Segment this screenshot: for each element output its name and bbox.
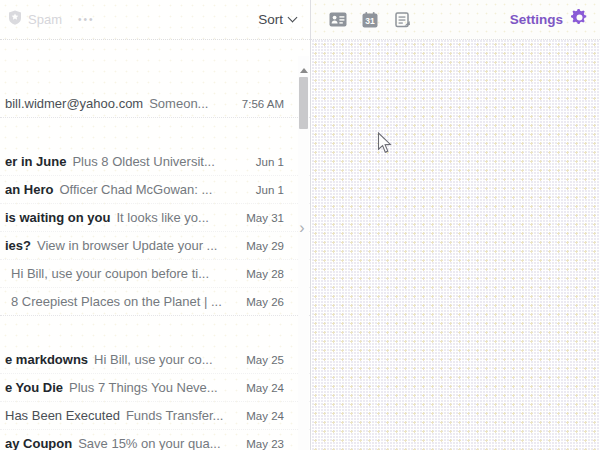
email-subject: bill.widmer@yahoo.com <box>5 96 143 111</box>
email-snippet: 8 Creepiest Places on the Planet | ... <box>11 294 222 309</box>
email-date: 7:56 AM <box>242 98 284 110</box>
email-content: er in JunePlus 8 Oldest Universit... <box>5 154 246 169</box>
email-date: May 23 <box>246 438 284 450</box>
email-list: bill.widmer@yahoo.comSomeon... 7:56 AM e… <box>0 40 310 450</box>
email-date: May 29 <box>246 240 284 252</box>
settings-label: Settings <box>510 12 563 27</box>
scrollbar-thumb[interactable] <box>299 77 308 129</box>
sort-button[interactable]: Sort <box>258 12 296 27</box>
email-subject: ies? <box>5 238 31 253</box>
email-row[interactable]: bill.widmer@yahoo.comSomeon... 7:56 AM <box>0 90 310 118</box>
mail-list-panel: Spam ••• Sort bill.widmer@yahoo.comSomeo… <box>0 0 310 450</box>
email-content: 8 Creepiest Places on the Planet | ... <box>5 294 236 309</box>
email-content: ay CouponSave 15% on your qua... <box>5 436 236 450</box>
email-row[interactable]: 8 Creepiest Places on the Planet | ... M… <box>0 288 310 316</box>
email-snippet: Plus 8 Oldest Universit... <box>72 154 214 169</box>
sort-label: Sort <box>258 12 283 27</box>
email-row[interactable]: e You DiePlus 7 Things You Neve... May 2… <box>0 374 310 402</box>
empty-reading-area[interactable] <box>311 40 600 450</box>
reading-pane: 31 Settings <box>311 0 600 450</box>
folder-header: Spam <box>8 10 62 29</box>
email-date: Jun 1 <box>256 184 284 196</box>
email-content: Has Been ExecutedFunds Transfer... <box>5 408 236 423</box>
email-subject: e markdowns <box>5 352 88 367</box>
gear-icon <box>571 9 588 30</box>
pane-expand-handle[interactable]: › <box>295 216 309 240</box>
email-snippet: Hi Bill, use your co... <box>94 352 213 367</box>
email-date: May 25 <box>246 354 284 366</box>
email-snippet: Someon... <box>149 96 208 111</box>
email-subject: is waiting on you <box>5 210 110 225</box>
email-subject: e You Die <box>5 380 63 395</box>
calendar-icon[interactable]: 31 <box>361 11 379 29</box>
email-snippet: Save 15% on your qua... <box>78 436 220 450</box>
email-row[interactable]: is waiting on youIt looks like yo... May… <box>0 204 310 232</box>
email-subject: ay Coupon <box>5 436 72 450</box>
email-content: e markdownsHi Bill, use your co... <box>5 352 236 367</box>
email-row[interactable]: ay CouponSave 15% on your qua... May 23 <box>0 430 310 450</box>
email-row[interactable]: er in JunePlus 8 Oldest Universit... Jun… <box>0 148 310 176</box>
email-snippet: It looks like yo... <box>116 210 208 225</box>
email-snippet: Officer Chad McGowan: ... <box>59 182 212 197</box>
email-date: May 24 <box>246 382 284 394</box>
calendar-day-number: 31 <box>365 16 375 26</box>
email-subject: Has Been Executed <box>5 408 120 423</box>
shield-spam-icon <box>8 10 22 29</box>
list-scrollbar[interactable] <box>298 56 309 450</box>
more-options-button[interactable]: ••• <box>78 14 95 25</box>
email-snippet: View in browser Update your ... <box>37 238 217 253</box>
email-content: e You DiePlus 7 Things You Neve... <box>5 380 236 395</box>
email-date: May 24 <box>246 410 284 422</box>
email-row[interactable]: Hi Bill, use your coupon before ti... Ma… <box>0 260 310 288</box>
email-content: an HeroOfficer Chad McGowan: ... <box>5 182 246 197</box>
list-toolbar: Spam ••• Sort <box>0 0 310 40</box>
email-snippet: Hi Bill, use your coupon before ti... <box>11 266 209 281</box>
email-content: Hi Bill, use your coupon before ti... <box>5 266 236 281</box>
email-row[interactable]: e markdownsHi Bill, use your co... May 2… <box>0 346 310 374</box>
email-date: May 28 <box>246 268 284 280</box>
chevron-down-icon <box>288 13 298 23</box>
email-subject: er in June <box>5 154 66 169</box>
email-content: bill.widmer@yahoo.comSomeon... <box>5 96 232 111</box>
email-snippet: Funds Transfer... <box>126 408 224 423</box>
email-subject: an Hero <box>5 182 53 197</box>
right-toolbar: 31 Settings <box>311 0 600 40</box>
mail-app: Spam ••• Sort bill.widmer@yahoo.comSomeo… <box>0 0 600 450</box>
email-date: May 26 <box>246 296 284 308</box>
email-row[interactable]: ies?View in browser Update your ... May … <box>0 232 310 260</box>
notepad-icon[interactable] <box>393 11 411 29</box>
scroll-up-icon[interactable] <box>300 68 308 73</box>
email-date: May 31 <box>246 212 284 224</box>
email-date: Jun 1 <box>256 156 284 168</box>
email-content: is waiting on youIt looks like yo... <box>5 210 236 225</box>
email-row[interactable]: Has Been ExecutedFunds Transfer... May 2… <box>0 402 310 430</box>
folder-title: Spam <box>28 12 62 27</box>
email-content: ies?View in browser Update your ... <box>5 238 236 253</box>
contacts-icon[interactable] <box>329 11 347 29</box>
settings-button[interactable]: Settings <box>510 9 588 30</box>
email-row[interactable]: an HeroOfficer Chad McGowan: ... Jun 1 <box>0 176 310 204</box>
email-snippet: Plus 7 Things You Neve... <box>69 380 218 395</box>
